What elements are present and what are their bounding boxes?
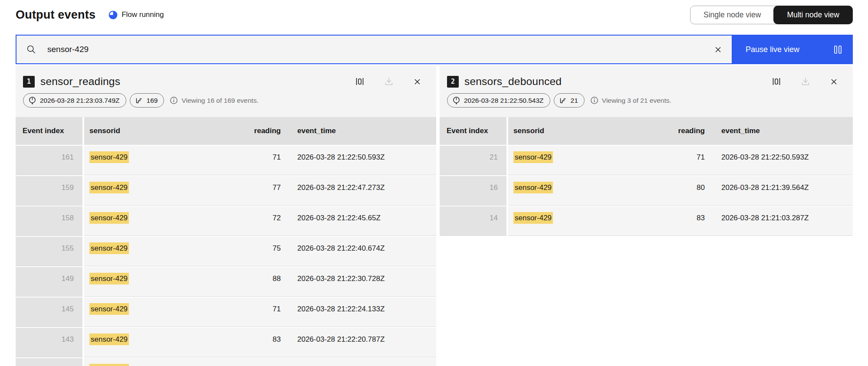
table-row[interactable]: 158 sensor-429 72 2026-03-28 21:22:45.65… — [16, 206, 436, 236]
node-name: sensor_readings — [40, 75, 120, 88]
viewing-status: Viewing 3 of 21 events. — [590, 96, 671, 105]
step-chart-icon — [559, 97, 567, 104]
download-button[interactable] — [801, 77, 810, 86]
search-match-highlight: sensor-429 — [513, 182, 553, 193]
table-row[interactable]: sensor-429 — [16, 357, 436, 366]
timestamp-value: 2026-03-28 21:22:50.543Z — [464, 97, 544, 105]
event-index-cell: 145 — [16, 297, 82, 327]
progress-pie-icon — [108, 10, 118, 20]
sensorid-cell: sensor-429 — [508, 145, 621, 175]
event-index-cell — [16, 357, 82, 366]
event-index-cell: 158 — [16, 206, 82, 236]
column-header-sensorid: sensorid — [84, 117, 197, 145]
timestamp-pill: 2026-03-28 21:22:50.543Z — [447, 93, 550, 108]
search-match-highlight: sensor-429 — [89, 273, 129, 284]
panel-sensor-readings: 1 sensor_readings — [16, 66, 436, 366]
sensorid-cell: sensor-429 — [84, 327, 197, 357]
table-row[interactable]: 145 sensor-429 71 2026-03-28 21:22:24.13… — [16, 297, 436, 327]
event-index-cell: 149 — [16, 266, 82, 297]
reading-cell: 83 — [197, 327, 281, 357]
panel-sensors-debounced: 2 sensors_debounced — [440, 66, 853, 366]
output-panels: 1 sensor_readings — [16, 66, 853, 366]
reading-cell: 72 — [197, 206, 281, 236]
event-index-cell: 14 — [440, 206, 506, 236]
reading-cell: 71 — [197, 145, 281, 175]
table-row[interactable]: 14 sensor-429 83 2026-03-28 21:21:03.287… — [440, 206, 853, 236]
reading-cell: 75 — [197, 236, 281, 266]
step-chart-icon — [135, 97, 143, 104]
pause-live-view-label: Pause live view — [746, 45, 799, 54]
close-icon — [413, 78, 421, 86]
column-header-event-time: event_time — [721, 117, 853, 145]
viewing-status: Viewing 16 of 169 events. — [170, 96, 258, 105]
search-match-highlight: sensor-429 — [89, 333, 129, 345]
reading-cell: 88 — [197, 266, 281, 297]
viewing-text: Viewing 16 of 169 events. — [181, 97, 258, 105]
event-time-cell: 2026-03-28 21:22:47.273Z — [297, 175, 436, 206]
event-time-cell: 2026-03-28 21:22:40.674Z — [297, 236, 436, 266]
search-row: Pause live view — [16, 35, 853, 64]
table-body: 161 sensor-429 71 2026-03-28 21:22:50.59… — [16, 145, 436, 366]
column-header-reading: reading — [197, 117, 281, 145]
reading-cell: 83 — [621, 206, 705, 236]
sensorid-cell: sensor-429 — [84, 297, 197, 327]
sensorid-cell: sensor-429 — [84, 236, 197, 266]
table-row[interactable]: 149 sensor-429 88 2026-03-28 21:22:30.72… — [16, 266, 436, 297]
close-panel-button[interactable] — [413, 78, 421, 86]
page-title: Output events — [16, 8, 95, 22]
search-input[interactable] — [47, 45, 714, 54]
search-icon — [26, 45, 36, 54]
timestamp-pill: 2026-03-28 21:23:03.749Z — [23, 93, 126, 108]
search-match-highlight: sensor-429 — [89, 303, 129, 315]
search-match-highlight: sensor-429 — [513, 212, 553, 224]
event-time-cell: 2026-03-28 21:21:39.564Z — [721, 175, 853, 206]
clock-icon — [29, 96, 36, 105]
toggle-multi-node-view[interactable]: Multi node view — [773, 6, 853, 24]
event-count-pill: 169 — [130, 93, 164, 108]
event-index-cell: 21 — [440, 145, 506, 175]
search-clear-button[interactable] — [714, 46, 722, 54]
sensorid-cell: sensor-429 — [84, 206, 197, 236]
download-button[interactable] — [384, 77, 394, 86]
event-time-cell: 2026-03-28 21:22:30.728Z — [297, 266, 436, 297]
info-icon — [170, 96, 178, 105]
event-count-pill: 21 — [554, 93, 585, 108]
sensorid-cell: sensor-429 — [84, 145, 197, 175]
node-number-badge: 1 — [23, 76, 35, 88]
fit-columns-button[interactable] — [772, 77, 781, 86]
toggle-single-node-view[interactable]: Single node view — [690, 6, 774, 24]
download-icon — [384, 77, 394, 86]
fit-columns-button[interactable] — [355, 77, 365, 86]
event-count-value: 169 — [147, 97, 158, 105]
table-row[interactable]: 21 sensor-429 71 2026-03-28 21:22:50.593… — [440, 145, 853, 175]
search-match-highlight: sensor-429 — [89, 212, 129, 224]
sensorid-cell: sensor-429 — [84, 266, 197, 297]
event-time-cell: 2026-03-28 21:22:45.65Z — [297, 206, 436, 236]
reading-cell: 71 — [197, 297, 281, 327]
close-panel-button[interactable] — [830, 78, 838, 86]
top-bar: Output events Flow running Single node v… — [16, 0, 853, 27]
pause-live-view-button[interactable]: Pause live view — [733, 35, 853, 64]
table-row[interactable]: 155 sensor-429 75 2026-03-28 21:22:40.67… — [16, 236, 436, 266]
flow-status-label: Flow running — [122, 10, 164, 19]
column-header-event-time: event_time — [297, 117, 436, 145]
reading-cell: 71 — [621, 145, 705, 175]
clock-icon — [453, 96, 460, 105]
close-icon — [714, 46, 722, 54]
table-row[interactable]: 159 sensor-429 77 2026-03-28 21:22:47.27… — [16, 175, 436, 206]
table-row[interactable]: 16 sensor-429 80 2026-03-28 21:21:39.564… — [440, 175, 853, 206]
column-header-reading: reading — [621, 117, 705, 145]
table-row[interactable]: 143 sensor-429 83 2026-03-28 21:22:20.78… — [16, 327, 436, 357]
close-icon — [830, 78, 838, 86]
event-time-cell — [297, 357, 436, 366]
table-header: Event index sensorid reading event_time — [16, 117, 436, 145]
timestamp-value: 2026-03-28 21:23:03.749Z — [40, 97, 120, 105]
event-index-cell: 16 — [440, 175, 506, 206]
download-icon — [801, 77, 810, 86]
reading-cell — [197, 357, 281, 366]
table-row[interactable]: 161 sensor-429 71 2026-03-28 21:22:50.59… — [16, 145, 436, 175]
panel-header: 2 sensors_debounced — [440, 66, 853, 117]
sensorid-cell: sensor-429 — [508, 206, 621, 236]
node-view-toggle: Single node view Multi node view — [690, 6, 853, 24]
search-match-highlight: sensor-429 — [89, 364, 129, 366]
